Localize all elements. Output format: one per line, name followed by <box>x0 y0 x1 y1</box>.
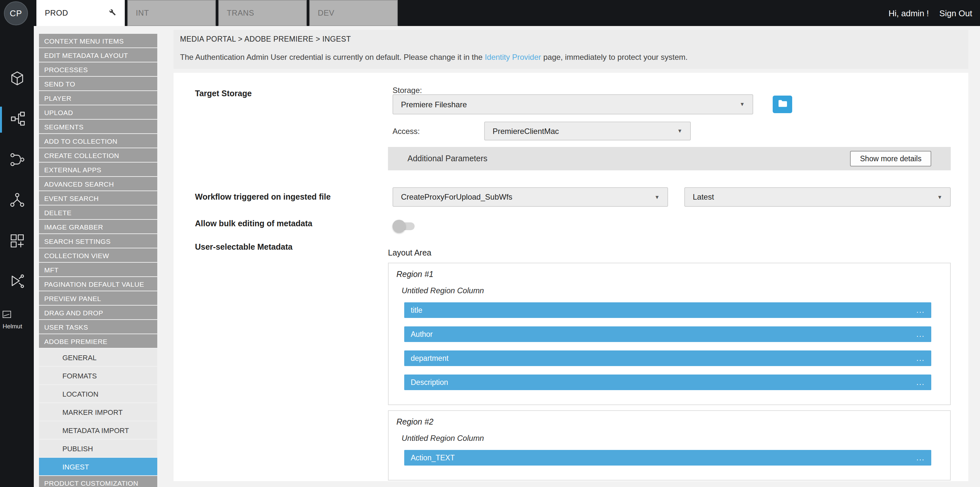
sidebar-item-search-settings[interactable]: SEARCH SETTINGS <box>39 234 157 248</box>
sidebar-item-send-to[interactable]: SEND TO <box>39 77 157 90</box>
rail-nav-item-5[interactable] <box>0 229 34 255</box>
sidebar-item-edit-metadata-layout[interactable]: EDIT METADATA LAYOUT <box>39 48 157 62</box>
grid-icon <box>9 232 25 251</box>
metadata-field-action-text[interactable]: Action_TEXT... <box>404 450 931 466</box>
metadata-field-description[interactable]: Description... <box>404 375 931 390</box>
metadata-field-author[interactable]: Author... <box>404 326 931 342</box>
access-dropdown-value: PremiereClientMac <box>493 126 559 136</box>
sidebar-item-product-customization[interactable]: PRODUCT CUSTOMIZATION <box>39 476 157 487</box>
tab-int[interactable]: INT <box>127 0 216 26</box>
tab-trans-label: TRANS <box>227 8 254 18</box>
sidebar-item-external-apps[interactable]: EXTERNAL APPS <box>39 163 157 176</box>
sidebar-subitem-marker-import[interactable]: MARKER IMPORT <box>39 403 157 421</box>
sidebar-item-user-tasks[interactable]: USER TASKS <box>39 320 157 334</box>
sidebar-item-adobe-premiere[interactable]: ADOBE PREMIERE <box>39 334 157 348</box>
metadata-field-title[interactable]: title... <box>404 302 931 318</box>
notice-text-after: page, immediately to protect your system… <box>541 53 687 62</box>
sidebar-item-segments[interactable]: SEGMENTS <box>39 120 157 133</box>
access-label: Access: <box>393 127 420 136</box>
region-title: Region #1 <box>396 270 942 279</box>
storage-dropdown-value: Premiere Fileshare <box>401 100 467 109</box>
sidebar-subitem-ingest[interactable]: INGEST <box>39 458 157 475</box>
cube-icon <box>9 70 25 89</box>
sidebar-item-delete[interactable]: DELETE <box>39 206 157 219</box>
rail-nav-item-6[interactable] <box>0 269 34 295</box>
metadata-field-label: Description <box>411 378 448 386</box>
workflow-dropdown[interactable]: CreateProxyForUpload_SubWfs ▼ <box>393 187 668 207</box>
additional-parameters-bar: Additional Parameters Show more details <box>388 147 951 170</box>
tab-dev-label: DEV <box>318 8 334 18</box>
access-dropdown[interactable]: PremiereClientMac ▼ <box>484 121 691 141</box>
sidebar-subitem-general[interactable]: GENERAL <box>39 348 157 366</box>
sidebar-subitem-location[interactable]: LOCATION <box>39 385 157 402</box>
chevron-down-icon: ▼ <box>937 194 942 200</box>
notice-text-before: The Authentication Admin User credential… <box>180 53 485 62</box>
sidebar-item-event-search[interactable]: EVENT SEARCH <box>39 191 157 205</box>
bulk-edit-toggle[interactable] <box>393 220 417 233</box>
chevron-down-icon: ▼ <box>740 101 745 107</box>
sidebar-subitem-metadata-import[interactable]: METADATA IMPORT <box>39 422 157 439</box>
metadata-field-label: Action_TEXT <box>411 454 455 461</box>
workflow-version-dropdown[interactable]: Latest ▼ <box>684 187 951 207</box>
metadata-field-label: Author <box>411 330 433 338</box>
flowchart-icon <box>10 110 26 129</box>
app-root: CP PROD INT TRANS DEV Hi, admin ! Sign O… <box>0 0 980 487</box>
sidebar: CONTEXT MENU ITEMSEDIT METADATA LAYOUTPR… <box>39 34 157 487</box>
storage-dropdown[interactable]: Premiere Fileshare ▼ <box>393 94 753 115</box>
rail-nav-item-2[interactable] <box>0 107 34 133</box>
play-nodes-icon <box>9 273 25 292</box>
sidebar-item-pagination-default-value[interactable]: PAGINATION DEFAULT VALUE <box>39 277 157 291</box>
identity-provider-link[interactable]: Identity Provider <box>485 53 541 62</box>
target-storage-label: Target Storage <box>195 89 252 98</box>
sidebar-item-image-grabber[interactable]: IMAGE GRABBER <box>39 220 157 233</box>
show-more-details-button[interactable]: Show more details <box>850 151 931 166</box>
metadata-field-label: department <box>411 354 449 362</box>
tab-prod[interactable]: PROD <box>37 0 125 26</box>
tab-dev[interactable]: DEV <box>309 0 398 26</box>
wrench-icon <box>108 8 116 18</box>
options-ellipsis-icon[interactable]: ... <box>916 307 925 313</box>
sidebar-item-mft[interactable]: MFT <box>39 263 157 276</box>
sidebar-subitem-publish[interactable]: PUBLISH <box>39 439 157 457</box>
tab-trans[interactable]: TRANS <box>218 0 307 26</box>
sidebar-item-create-collection[interactable]: CREATE COLLECTION <box>39 148 157 162</box>
toggle-knob <box>393 220 406 233</box>
sidebar-item-context-menu-items[interactable]: CONTEXT MENU ITEMS <box>39 34 157 48</box>
tab-prod-label: PROD <box>45 8 68 18</box>
broken-image-icon <box>3 311 11 318</box>
sidebar-item-collection-view[interactable]: COLLECTION VIEW <box>39 248 157 262</box>
layout-area: Region #1Untitled Region Columntitle...A… <box>388 263 951 486</box>
sidebar-item-preview-panel[interactable]: PREVIEW PANEL <box>39 291 157 305</box>
chevron-down-icon: ▼ <box>677 128 682 134</box>
options-ellipsis-icon[interactable]: ... <box>916 355 925 361</box>
options-ellipsis-icon[interactable]: ... <box>916 379 925 386</box>
options-ellipsis-icon[interactable]: ... <box>916 331 925 337</box>
metadata-field-department[interactable]: department... <box>404 350 931 366</box>
rail-nav-item-4[interactable] <box>0 188 34 214</box>
icon-rail: Helmut <box>0 26 34 487</box>
sign-out-link[interactable]: Sign Out <box>939 8 972 18</box>
sidebar-item-advanced-search[interactable]: ADVANCED SEARCH <box>39 177 157 190</box>
environment-tabs: PROD INT TRANS DEV <box>37 0 398 26</box>
layout-area-label: Layout Area <box>388 248 431 257</box>
sidebar-subitem-formats[interactable]: FORMATS <box>39 367 157 384</box>
browse-folder-button[interactable] <box>773 96 792 113</box>
sidebar-item-player[interactable]: PLAYER <box>39 91 157 105</box>
sidebar-item-upload[interactable]: UPLOAD <box>39 105 157 119</box>
rail-nav-item-3[interactable] <box>0 148 34 174</box>
topbar-right: Hi, admin ! Sign Out <box>889 0 972 26</box>
workflow-dropdown-value: CreateProxyForUpload_SubWfs <box>401 192 512 201</box>
sidebar-item-drag-and-drop[interactable]: DRAG AND DROP <box>39 306 157 319</box>
additional-parameters-label: Additional Parameters <box>407 154 487 163</box>
avatar[interactable]: CP <box>4 1 28 26</box>
workflow-version-value: Latest <box>693 192 714 201</box>
hierarchy-icon <box>9 192 25 210</box>
security-notice: The Authentication Admin User credential… <box>180 53 687 62</box>
sidebar-item-add-to-collection[interactable]: ADD TO COLLECTION <box>39 134 157 148</box>
branch-icon <box>9 151 25 170</box>
rail-nav-item-1[interactable] <box>0 66 34 92</box>
options-ellipsis-icon[interactable]: ... <box>916 455 925 461</box>
sidebar-item-processes[interactable]: PROCESSES <box>39 62 157 76</box>
ingest-settings-card: Target Storage Storage: Premiere Filesha… <box>173 73 968 481</box>
broken-image-helmut[interactable]: Helmut <box>3 311 22 331</box>
